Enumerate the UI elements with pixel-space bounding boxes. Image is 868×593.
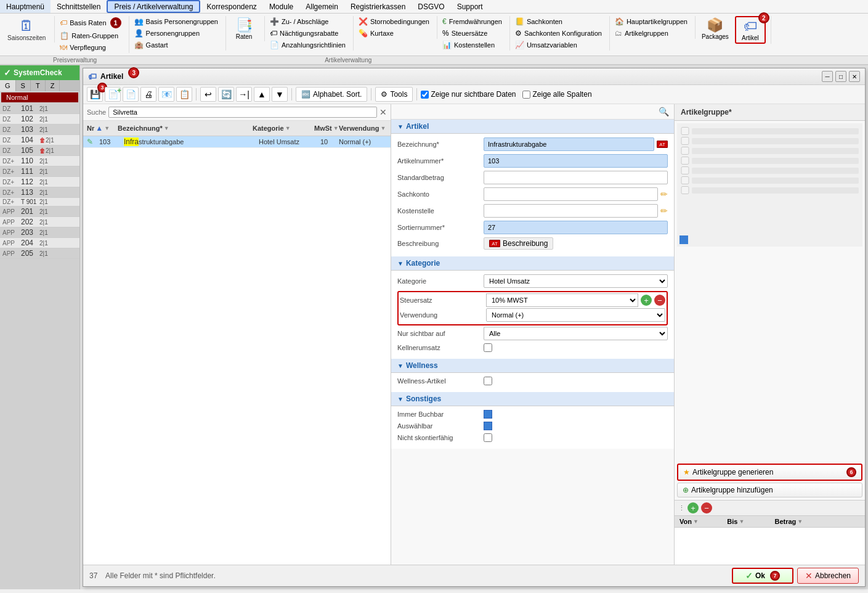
menu-preis-artikelverwaltung[interactable]: Preis / Artikelverwaltung [107,0,200,13]
price-drag-handle[interactable]: ⋮ [678,504,685,512]
ribbon-basis-raten[interactable]: 🏷 Basis Raten 1 [57,16,123,30]
left-row-dz113[interactable]: DZ+1132|1 [0,187,79,198]
nicht-skontierfaehig-checkbox[interactable] [484,433,492,442]
menu-module[interactable]: Module [263,0,299,13]
export-button[interactable]: 📋 [176,87,192,102]
standardbetrag-input[interactable] [484,171,668,184]
detail-search-icon[interactable]: 🔍 [659,107,669,117]
kategorie-section-header[interactable]: ▼ Kategorie [391,256,674,271]
ribbon-basis-personengruppen[interactable]: 👥 Basis Personengruppen [132,16,221,27]
ribbon-steuersaetze[interactable]: % Steuersätze [440,28,505,39]
th-mwst[interactable]: MwSt ▼ [310,123,335,134]
menu-korrespondenz[interactable]: Korrespondenz [200,0,262,13]
menu-registrierkassen[interactable]: Registrierkassen [344,0,412,13]
ribbon-verpflegung[interactable]: 🍽 Verpflegung [57,42,123,53]
sortiernummer-input[interactable] [484,221,668,234]
menu-hauptmenu[interactable]: Hauptmenü [0,0,51,13]
undo-button[interactable]: ↩ [200,87,216,102]
kategorie-select[interactable]: Hotel Umsatz [484,274,668,288]
ribbon-zu-abschlaege[interactable]: ➕ Zu- / Abschläge [267,16,348,27]
bezeichnung-input[interactable] [484,137,654,151]
zeige-alle-spalten-checkbox[interactable]: Zeige alle Spalten [522,90,591,99]
artikelnummer-input[interactable] [484,154,668,168]
kellnerumsatz-checkbox[interactable] [484,343,492,352]
wellness-artikel-checkbox[interactable] [484,377,492,385]
kostenstelle-input[interactable] [484,204,658,218]
left-row-dz101[interactable]: DZ1012|1 [0,104,79,114]
left-row-dz111[interactable]: DZ+1112|1 [0,166,79,177]
left-row-app202[interactable]: APP2022|1 [0,217,79,227]
th-bezeichnung[interactable]: Bezeichnung* ▼ [114,123,249,134]
ribbon-hauptartikelgruppen[interactable]: 🏠 Hauptartikelgruppen [612,16,690,27]
price-th-betrag[interactable]: Betrag ▼ [770,516,817,527]
menu-support[interactable]: Support [451,0,489,13]
save-button[interactable]: 💾 3 [87,87,103,102]
sachkonto-edit-icon[interactable]: ✏ [660,189,668,199]
verwendung-select[interactable]: Normal (+) [486,308,665,322]
search-close-button[interactable]: ✕ [379,107,387,117]
tab-s[interactable]: S [16,80,31,91]
left-row-dz104[interactable]: DZ104🗑2|1 [0,135,79,145]
sachkonto-input[interactable] [484,187,658,201]
zeige-nur-sichtbare-checkbox[interactable]: Zeige nur sichtbare Daten [421,90,516,99]
ribbon-sachkonten[interactable]: 📒 Sachkonten [513,16,604,27]
menu-dsgvo[interactable]: DSGVO [412,0,450,13]
mail-button[interactable]: 📧 [158,87,174,102]
th-kategorie[interactable]: Kategorie ▼ [249,123,310,134]
steuersatz-del-button[interactable]: − [654,295,665,306]
down-button[interactable]: ▼ [272,87,288,102]
ribbon-raten-gruppen[interactable]: 📋 Raten-Gruppen [57,30,123,41]
th-nr[interactable]: Nr▲ ▼ [83,123,114,134]
search-input[interactable] [108,107,377,118]
auswahlbar-checkbox[interactable] [484,422,492,430]
ribbon-fremdwaehrungen[interactable]: € Fremdwährungen [440,16,505,27]
minimize-button[interactable]: ─ [822,71,833,82]
menu-schnittstellen[interactable]: Schnittstellen [51,0,107,13]
left-row-app201[interactable]: APP2012|1 [0,207,79,217]
tab-z[interactable]: Z [46,80,60,91]
left-row-app204[interactable]: APP2042|1 [0,238,79,248]
maximize-button[interactable]: □ [835,71,846,82]
left-row-dz103[interactable]: DZ1032|1 [0,125,79,135]
ribbon-gastart[interactable]: 🏨 Gastart [132,39,221,51]
up-button[interactable]: ▲ [254,87,270,102]
ribbon-umsatzvariablen[interactable]: 📈 Umsatzvariablen [513,39,604,51]
alphabet-sort-button[interactable]: 🔤 Alphabet. Sort. [296,87,367,102]
steuersatz-add-button[interactable]: + [641,295,652,306]
ribbon-sachkonten-konfiguration[interactable]: ⚙ Sachkonten Konfiguration [513,28,604,39]
close-button[interactable]: ✕ [849,71,860,82]
th-verwendung[interactable]: Verwendung ▼ [335,123,391,134]
price-remove-button[interactable]: − [701,502,712,513]
left-row-t901[interactable]: DZ+T 9012|1 [0,198,79,207]
ribbon-packages[interactable]: 📦 Packages [698,16,732,44]
tab-g[interactable]: G [0,80,16,91]
wellness-section-header[interactable]: ▼ Wellness [391,359,674,373]
table-row-103[interactable]: ✎ 103 Infrastrukturabgabe Hotel Umsatz 1… [83,136,391,148]
menu-allgemein[interactable]: Allgemein [299,0,344,13]
kostenstelle-edit-icon[interactable]: ✏ [660,206,668,216]
ribbon-saisonszeiten[interactable]: 🗓 Saisonszeiten [4,16,49,43]
cancel-button[interactable]: ✕ Abbrechen [797,568,859,584]
ribbon-kostenstellen[interactable]: 📊 Kostenstellen [440,39,505,51]
left-row-dz112[interactable]: DZ+1122|1 [0,177,79,187]
ribbon-stornobedingungen[interactable]: ❌ Stornobedingungen [356,16,432,27]
steuersatz-select[interactable]: 10% MWST [486,293,638,307]
left-row-dz105[interactable]: DZ105🗑2|1 [0,145,79,156]
ribbon-personengruppen[interactable]: 👤 Personengruppen [132,28,221,39]
left-row-app205[interactable]: APP2052|1 [0,248,79,259]
print-button[interactable]: 🖨 [140,87,156,102]
left-row-dz110[interactable]: DZ+1102|1 [0,156,79,166]
immer-buchbar-checkbox[interactable] [484,410,492,419]
delete-button[interactable]: 📄 [123,87,139,102]
tab-t[interactable]: T [31,80,46,91]
refresh-button[interactable]: 🔄 [218,87,234,102]
price-th-von[interactable]: Von ▼ [675,516,722,527]
price-add-button[interactable]: + [688,502,699,513]
ribbon-artikel[interactable]: 🏷 Artikel 2 [735,16,766,44]
artikelgruppe-hinzufuegen-button[interactable]: ⊕ Artikelgruppe hinzufügen [677,483,862,497]
nur-sichtbar-select[interactable]: Alle [484,327,668,340]
ribbon-raten[interactable]: 📑 Raten [229,16,259,41]
sonstiges-section-header[interactable]: ▼ Sonstiges [391,392,674,406]
ribbon-anzahlungsrichtlinien[interactable]: 📄 Anzahlungsrichtlinien [267,39,348,51]
artikel-section-header[interactable]: ▼ Artikel [391,120,674,134]
